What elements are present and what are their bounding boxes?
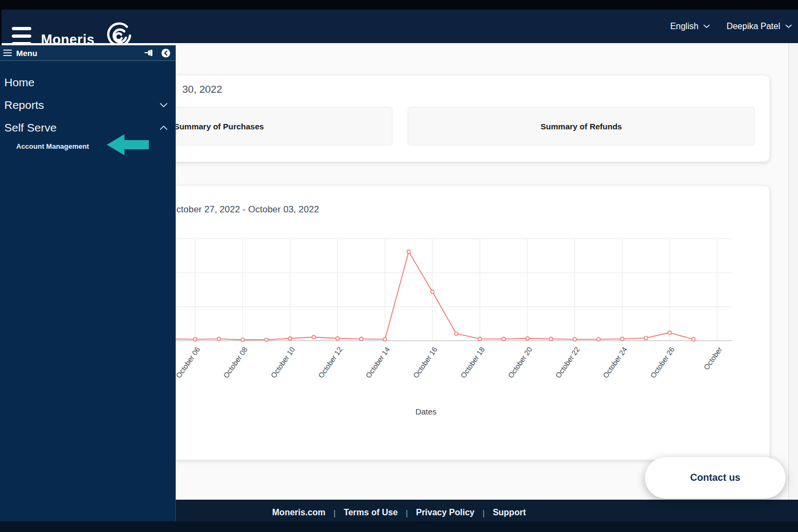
date-range-heading: 30, 2022: [182, 84, 222, 95]
footer-link-support[interactable]: Support: [493, 508, 526, 517]
footer-separator: |: [406, 508, 408, 517]
chevron-down-icon: [160, 102, 168, 108]
sidebar-item-reports[interactable]: Reports: [0, 94, 175, 116]
summary-card-title: Summary of Purchases: [174, 122, 264, 131]
user-name-label: Deepika Patel: [726, 22, 780, 31]
language-label: English: [670, 22, 698, 31]
window-bottom-strip: [0, 521, 798, 532]
hamburger-menu-icon[interactable]: [12, 27, 31, 45]
user-menu[interactable]: Deepika Patel: [726, 22, 792, 31]
header-right-group: English Deepika Patel: [670, 10, 792, 43]
sidebar-item-label: Home: [4, 76, 35, 89]
summary-of-refunds-card[interactable]: Summary of Refunds: [408, 107, 755, 146]
sidebar-item-label: Account Management: [16, 142, 89, 150]
chevron-down-icon: [703, 24, 710, 29]
footer-link-privacy-policy[interactable]: Privacy Policy: [416, 508, 474, 517]
chevron-up-icon: [160, 125, 168, 130]
vertical-scrollbar[interactable]: [788, 43, 798, 500]
summary-card-title: Summary of Refunds: [541, 122, 622, 131]
sidebar-menu-panel: Menu HomeReportsSelf ServeAccoun: [0, 45, 176, 521]
pin-menu-icon[interactable]: [145, 49, 156, 57]
language-selector[interactable]: English: [670, 22, 710, 31]
sidebar-item-self-serve[interactable]: Self Serve: [0, 116, 175, 139]
window-top-strip: [0, 0, 798, 10]
sidebar-item-home[interactable]: Home: [0, 71, 175, 94]
sidebar-item-label: Reports: [4, 99, 44, 112]
contact-us-button[interactable]: Contact us: [645, 457, 786, 499]
sidebar-item-account-management[interactable]: Account Management: [0, 139, 175, 153]
sidebar-item-label: Self Serve: [4, 121, 57, 134]
x-axis-title: Dates: [383, 407, 469, 416]
chevron-down-icon: [785, 24, 792, 29]
app-window: Moneris English Deepika Patel 30, 2022: [0, 0, 798, 532]
top-nav: Moneris English Deepika Patel: [0, 10, 798, 43]
menu-title: Menu: [16, 49, 37, 58]
hamburger-menu-icon[interactable]: [3, 50, 12, 56]
sidebar-menu-bar: Menu: [0, 45, 175, 61]
contact-us-label: Contact us: [690, 472, 740, 483]
window-left-edge: [0, 0, 2, 45]
footer-link-moneris-com[interactable]: Moneris.com: [272, 508, 326, 517]
footer-link-terms-of-use[interactable]: Terms of Use: [343, 508, 397, 517]
footer-separator: |: [333, 508, 335, 517]
footer-separator: |: [483, 508, 485, 517]
collapse-menu-icon[interactable]: [161, 49, 170, 58]
